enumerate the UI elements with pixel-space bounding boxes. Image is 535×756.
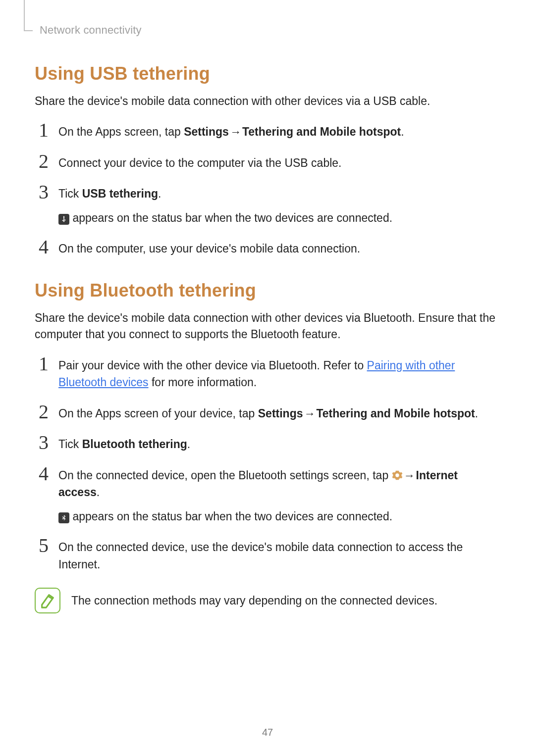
step-number: 4 (35, 464, 49, 484)
text-fragment: Tick (58, 187, 82, 200)
step-subline: appears on the status bar when the two d… (58, 209, 500, 227)
arrow-icon: → (229, 123, 242, 141)
text-fragment: Pair your device with the other device v… (58, 359, 367, 372)
text-fragment: . (187, 438, 190, 451)
bt-step-2: 2 On the Apps screen of your device, tap… (35, 402, 500, 422)
bold-settings: Settings (258, 407, 303, 420)
page: Network connectivity Using USB tethering… (0, 0, 535, 756)
step-number: 1 (35, 354, 49, 374)
usb-step-2: 2 Connect your device to the computer vi… (35, 151, 500, 172)
step-number: 2 (35, 151, 49, 171)
step-body: Tick USB tethering. appears on the statu… (58, 182, 500, 226)
bt-step-4: 4 On the connected device, open the Blue… (35, 464, 500, 525)
text-fragment: On the Apps screen of your device, tap (58, 407, 258, 420)
bold-bluetooth-tethering: Bluetooth tethering (82, 438, 187, 451)
step-body: Connect your device to the computer via … (58, 151, 500, 172)
text-fragment: appears on the status bar when the two d… (69, 510, 392, 523)
text-fragment: . (158, 187, 161, 200)
text-fragment: On the connected device, open the Blueto… (58, 469, 392, 482)
step-body: On the Apps screen of your device, tap S… (58, 402, 500, 422)
usb-status-icon (58, 214, 69, 225)
step-subline: appears on the status bar when the two d… (58, 508, 500, 525)
svg-rect-1 (63, 217, 64, 221)
bt-step-1: 1 Pair your device with the other device… (35, 354, 500, 391)
page-tab-edge (24, 0, 25, 31)
step-body: On the computer, use your device's mobil… (58, 237, 500, 257)
note-icon (35, 588, 60, 613)
bt-steps-list: 1 Pair your device with the other device… (35, 354, 500, 573)
bt-intro-text: Share the device's mobile data connectio… (35, 310, 500, 343)
step-number: 5 (35, 536, 49, 555)
page-number: 47 (0, 727, 535, 738)
step-number: 4 (35, 237, 49, 257)
step-body: On the Apps screen, tap Settings → Tethe… (58, 120, 500, 141)
bold-tethering-hotspot: Tethering and Mobile hotspot (316, 407, 475, 420)
step-body: Pair your device with the other device v… (58, 354, 500, 391)
step-number: 3 (35, 182, 49, 202)
bt-step-5: 5 On the connected device, use the devic… (35, 536, 500, 573)
usb-intro-text: Share the device's mobile data connectio… (35, 93, 500, 109)
arrow-icon: → (403, 467, 416, 484)
text-fragment: appears on the status bar when the two d… (69, 211, 392, 224)
step-body: On the connected device, open the Blueto… (58, 464, 500, 525)
text-fragment: On the Apps screen, tap (58, 125, 184, 138)
text-fragment: Tick (58, 438, 82, 451)
text-fragment: for more information. (149, 376, 257, 389)
breadcrumb: Network connectivity (40, 15, 500, 37)
note-text: The connection methods may vary dependin… (71, 592, 437, 609)
text-fragment: . (475, 407, 478, 420)
step-body: Tick Bluetooth tethering. (58, 433, 500, 453)
arrow-icon: → (303, 405, 316, 422)
bold-tethering-hotspot: Tethering and Mobile hotspot (242, 125, 401, 138)
bt-step-3: 3 Tick Bluetooth tethering. (35, 433, 500, 453)
step-body: On the connected device, use the device'… (58, 536, 500, 573)
bold-settings: Settings (184, 125, 229, 138)
usb-step-4: 4 On the computer, use your device's mob… (35, 237, 500, 257)
heading-bluetooth-tethering: Using Bluetooth tethering (35, 280, 500, 301)
step-number: 1 (35, 120, 49, 140)
text-fragment: . (401, 125, 404, 138)
heading-usb-tethering: Using USB tethering (35, 63, 500, 84)
text-fragment: . (97, 486, 100, 499)
gear-icon (392, 470, 403, 481)
usb-step-3: 3 Tick USB tethering. appears on the sta… (35, 182, 500, 226)
bluetooth-status-icon (58, 512, 69, 523)
note-callout: The connection methods may vary dependin… (35, 588, 500, 613)
bold-usb-tethering: USB tethering (82, 187, 158, 200)
step-number: 3 (35, 433, 49, 453)
usb-step-1: 1 On the Apps screen, tap Settings → Tet… (35, 120, 500, 141)
step-number: 2 (35, 402, 49, 422)
usb-steps-list: 1 On the Apps screen, tap Settings → Tet… (35, 120, 500, 257)
